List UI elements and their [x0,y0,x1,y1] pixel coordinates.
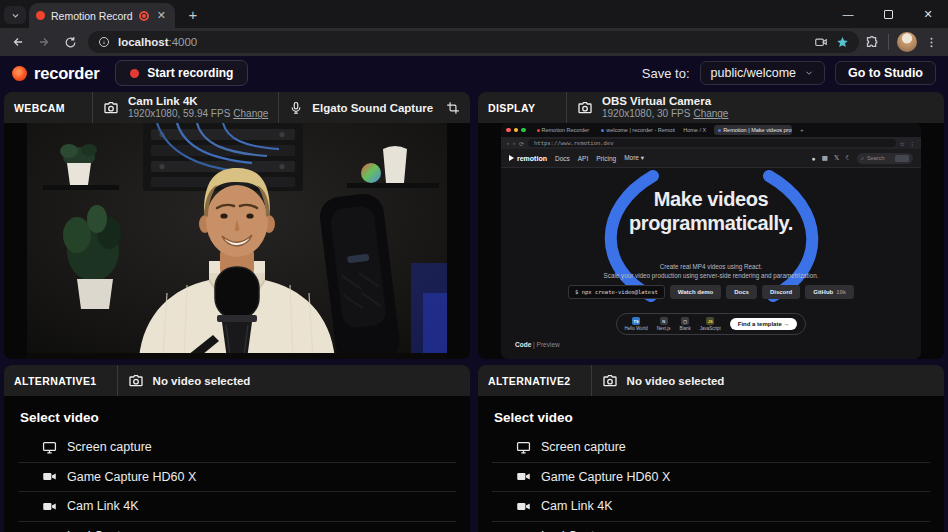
close-button[interactable]: ✕ [908,0,948,28]
minimize-button[interactable]: — [828,0,868,28]
github-icon: ● [812,155,816,162]
video-option-cam-link[interactable]: Cam Link 4K [492,492,930,522]
url-host: localhost [118,36,168,48]
webcam-video-area [4,123,470,359]
discord-icon: ▩ [822,154,828,162]
find-template-button: Find a template → [730,318,798,330]
app-logo: recorder [12,64,99,83]
browser-menu-icon[interactable] [925,36,938,49]
alternative2-body: Select video Screen capture Game Capture… [478,396,944,532]
site-info-icon[interactable] [98,36,110,48]
window-controls: — ✕ [828,0,948,28]
video-option-label: Cam Link 4K [67,499,139,513]
video-option-label: Screen capture [541,440,626,454]
mini-url: https://www.remotion.dev [534,140,613,146]
alternative1-header: ALTERNATIVE1 No video selected [4,365,470,396]
mini-toolbar: ‹ › ⟳ https://www.remotion.dev ☆ ⋮ [501,137,921,149]
crop-icon[interactable] [446,101,460,115]
maximize-button[interactable] [868,0,908,28]
tab-close-icon[interactable]: ✕ [155,9,168,22]
template-hello-world: TSHello World [625,317,648,331]
select-video-title: Select video [494,410,930,425]
mini-nav-icons: ● ▩ 𝕏 ☾ ⌕Search [812,153,913,164]
video-option-screen-capture[interactable]: Screen capture [18,433,456,463]
theme-toggle-icon: ☾ [845,154,851,162]
new-tab-button[interactable]: + [184,5,202,23]
mini-tab-active: Remotion | Make videos pro [714,125,792,135]
back-button[interactable] [6,30,30,54]
video-option-game-capture[interactable]: Game Capture HD60 X [18,463,456,493]
camera-icon [128,373,144,389]
video-option-logi-capture[interactable]: Logi Capture [18,522,456,532]
camcorder-icon [42,528,57,532]
webcam-panel: WEBCAM Cam Link 4K 1920x1080, 59.94 FPSC… [4,92,470,359]
watch-demo-button: Watch demo [670,285,721,299]
video-option-logi-capture[interactable]: Logi Capture [492,522,930,532]
extensions-icon[interactable] [865,35,880,50]
tab-capture-icon[interactable] [814,35,828,49]
blank-file-icon: ▢ [681,317,689,325]
go-to-studio-button[interactable]: Go to Studio [835,61,936,85]
hero-subtitle-line2: Scale your video production using server… [501,271,921,280]
monitor-icon [42,440,57,455]
reload-button[interactable] [58,30,82,54]
mini-back-icon: ‹ [507,140,509,146]
display-change-link[interactable]: Change [693,108,728,119]
display-video-preview[interactable]: Remotion Recorder welcome | recorder - R… [501,123,921,359]
tab-search-button[interactable] [4,6,26,24]
template-label: Hello World [625,326,648,331]
video-option-screen-capture[interactable]: Screen capture [492,433,930,463]
alternative-panels-row: ALTERNATIVE1 No video selected Select vi… [4,365,944,532]
display-video-area: Remotion Recorder welcome | recorder - R… [478,123,944,359]
back-arrow-icon [11,35,25,49]
video-option-label: Game Capture HD60 X [541,470,670,484]
template-row: TSHello World NNext.js ▢Blank JSJavaScri… [501,313,921,335]
start-recording-button[interactable]: Start recording [115,60,248,86]
app-title: recorder [34,64,99,83]
chevron-down-icon [804,68,814,78]
camcorder-icon [516,499,531,514]
video-option-label: Game Capture HD60 X [67,470,196,484]
mini-tab-title: Remotion | Make videos pro [723,127,791,133]
camcorder-icon [516,469,531,484]
webcam-label: WEBCAM [14,102,72,114]
webcam-camera-name: Cam Link 4K [128,95,268,108]
webcam-video-preview[interactable] [27,123,447,359]
play-icon [509,155,514,161]
mini-tab: Remotion Recorder [533,125,594,135]
nav-pricing: Pricing [596,155,616,162]
video-option-game-capture[interactable]: Game Capture HD60 X [492,463,930,493]
remotion-logo: remotion [509,155,547,162]
forward-button[interactable] [32,30,56,54]
remotion-brand-text: remotion [517,155,547,162]
browser-tab[interactable]: Remotion Recorder ✕ [29,3,175,28]
code-label: Code [515,341,531,348]
hero-buttons: $ npx create-video@latest Watch demo Doc… [501,285,921,299]
start-recording-label: Start recording [147,66,233,80]
captured-browser-window: Remotion Recorder welcome | recorder - R… [501,123,921,359]
profile-avatar[interactable] [897,32,917,52]
mini-forward-icon: › [513,140,515,146]
webcam-change-link[interactable]: Change [233,108,268,119]
mini-address-bar: https://www.remotion.dev [528,139,896,147]
hero-title-line2: programmatically. [501,212,921,235]
docs-button: Docs [726,285,757,299]
video-option-cam-link[interactable]: Cam Link 4K [18,492,456,522]
kbd-shortcut-badge [895,155,909,162]
save-target-select[interactable]: public/welcome [700,61,825,85]
bookmark-star-icon[interactable] [836,36,849,49]
tab-title: Remotion Recorder [51,10,133,22]
chevron-down-icon [11,11,20,20]
address-bar[interactable]: localhost:4000 [88,31,859,53]
nav-docs: Docs [555,155,570,162]
template-nextjs: NNext.js [657,317,671,331]
tab-favicon [36,11,45,20]
template-pill: TSHello World NNext.js ▢Blank JSJavaScri… [616,313,807,335]
alternative2-panel: ALTERNATIVE2 No video selected Select vi… [478,365,944,532]
record-dot-icon [130,69,139,78]
nav-api: API [578,155,588,162]
url-text: localhost:4000 [118,36,806,48]
camera-icon [577,100,593,116]
webcam-panel-header: WEBCAM Cam Link 4K 1920x1080, 59.94 FPSC… [4,92,470,123]
alternative1-status: No video selected [153,375,251,387]
